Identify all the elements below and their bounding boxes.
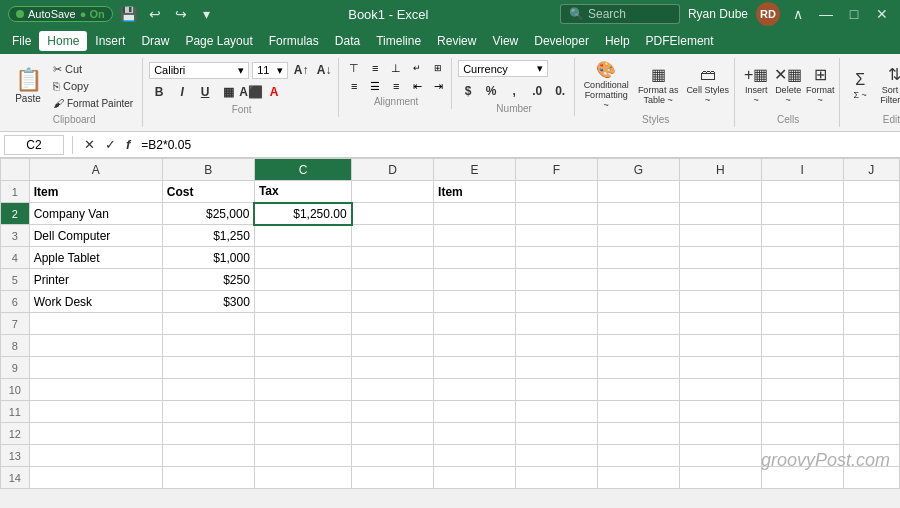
row-number[interactable]: 6 xyxy=(1,291,30,313)
cell[interactable] xyxy=(162,401,254,423)
font-size-selector[interactable]: 11 ▾ xyxy=(252,62,288,79)
font-color-button[interactable]: A xyxy=(264,82,284,102)
cell[interactable] xyxy=(679,335,761,357)
cell[interactable] xyxy=(352,401,434,423)
format-as-table-button[interactable]: ▦ Format as Table ~ xyxy=(633,60,683,112)
cell[interactable] xyxy=(761,445,843,467)
cell[interactable]: Printer xyxy=(29,269,162,291)
cell[interactable] xyxy=(352,247,434,269)
cell[interactable] xyxy=(679,423,761,445)
cell[interactable] xyxy=(597,269,679,291)
cell[interactable] xyxy=(254,291,351,313)
cell[interactable] xyxy=(761,423,843,445)
cell[interactable] xyxy=(597,379,679,401)
indent-increase-button[interactable]: ⇥ xyxy=(429,78,447,94)
cell[interactable] xyxy=(352,291,434,313)
cell[interactable]: Dell Computer xyxy=(29,225,162,247)
accounting-format-button[interactable]: $ xyxy=(458,81,478,101)
comma-button[interactable]: , xyxy=(504,81,524,101)
cell[interactable]: Apple Tablet xyxy=(29,247,162,269)
cell[interactable] xyxy=(597,247,679,269)
percent-button[interactable]: % xyxy=(481,81,501,101)
menu-data[interactable]: Data xyxy=(327,31,368,51)
cell[interactable] xyxy=(352,225,434,247)
cancel-formula-icon[interactable]: ✕ xyxy=(81,137,98,152)
formula-input[interactable] xyxy=(137,136,896,154)
cell[interactable] xyxy=(29,401,162,423)
sort-filter-button[interactable]: ⇅ Sort & Filter ~ xyxy=(876,60,900,112)
cell-styles-button[interactable]: 🗃 Cell Styles ~ xyxy=(685,60,730,112)
row-number[interactable]: 1 xyxy=(1,181,30,203)
cell[interactable] xyxy=(597,313,679,335)
cell[interactable] xyxy=(434,379,516,401)
col-header-g[interactable]: G xyxy=(597,159,679,181)
cell[interactable] xyxy=(597,335,679,357)
cell[interactable] xyxy=(434,203,516,225)
cell[interactable] xyxy=(761,467,843,489)
decrease-font-size-button[interactable]: A↓ xyxy=(314,60,334,80)
insert-button[interactable]: +▦ Insert ~ xyxy=(741,60,771,112)
align-left-button[interactable]: ≡ xyxy=(345,78,363,94)
ribbon-collapse-icon[interactable]: ∧ xyxy=(788,4,808,24)
cell[interactable] xyxy=(162,357,254,379)
align-top-button[interactable]: ⊤ xyxy=(345,60,363,76)
cell[interactable] xyxy=(254,313,351,335)
increase-decimal-button[interactable]: .0 xyxy=(527,81,547,101)
cell[interactable] xyxy=(679,269,761,291)
menu-draw[interactable]: Draw xyxy=(133,31,177,51)
row-number[interactable]: 8 xyxy=(1,335,30,357)
cell[interactable] xyxy=(515,357,597,379)
close-icon[interactable]: ✕ xyxy=(872,4,892,24)
cell[interactable] xyxy=(434,357,516,379)
cell[interactable] xyxy=(515,269,597,291)
cell[interactable] xyxy=(254,357,351,379)
cell[interactable] xyxy=(352,423,434,445)
col-header-c[interactable]: C xyxy=(254,159,351,181)
cell[interactable] xyxy=(679,467,761,489)
col-header-b[interactable]: B xyxy=(162,159,254,181)
cell[interactable] xyxy=(352,467,434,489)
cell[interactable] xyxy=(434,423,516,445)
sum-button[interactable]: Σ Σ ~ xyxy=(846,60,874,112)
cell[interactable] xyxy=(434,445,516,467)
paste-button[interactable]: 📋 Paste xyxy=(10,60,46,112)
format-painter-button[interactable]: 🖌Format Painter xyxy=(48,95,138,111)
cell[interactable] xyxy=(434,291,516,313)
cell[interactable] xyxy=(434,225,516,247)
cell[interactable] xyxy=(679,203,761,225)
italic-button[interactable]: I xyxy=(172,82,192,102)
col-header-a[interactable]: A xyxy=(29,159,162,181)
menu-review[interactable]: Review xyxy=(429,31,484,51)
cell[interactable] xyxy=(843,401,899,423)
cell[interactable] xyxy=(352,357,434,379)
number-format-selector[interactable]: Currency ▾ xyxy=(458,60,548,77)
cell[interactable] xyxy=(679,181,761,203)
cell[interactable] xyxy=(254,247,351,269)
cell[interactable] xyxy=(597,423,679,445)
cell[interactable] xyxy=(843,225,899,247)
cell[interactable] xyxy=(254,445,351,467)
cell[interactable] xyxy=(434,335,516,357)
cell[interactable]: $1,250 xyxy=(162,225,254,247)
col-header-e[interactable]: E xyxy=(434,159,516,181)
cell[interactable] xyxy=(843,423,899,445)
cell[interactable] xyxy=(843,269,899,291)
menu-home[interactable]: Home xyxy=(39,31,87,51)
cell[interactable] xyxy=(761,291,843,313)
row-number[interactable]: 4 xyxy=(1,247,30,269)
cell[interactable] xyxy=(29,335,162,357)
cell[interactable]: Work Desk xyxy=(29,291,162,313)
row-number[interactable]: 12 xyxy=(1,423,30,445)
merge-button[interactable]: ⊞ xyxy=(429,60,447,76)
cell[interactable] xyxy=(597,357,679,379)
avatar[interactable]: RD xyxy=(756,2,780,26)
search-box[interactable]: 🔍 xyxy=(560,4,680,24)
cell[interactable] xyxy=(352,335,434,357)
align-center-button[interactable]: ☰ xyxy=(366,78,384,94)
undo-icon[interactable]: ↩ xyxy=(145,4,165,24)
cell[interactable] xyxy=(515,225,597,247)
cell[interactable] xyxy=(515,181,597,203)
cell[interactable]: $1,000 xyxy=(162,247,254,269)
row-number[interactable]: 13 xyxy=(1,445,30,467)
cell[interactable] xyxy=(679,313,761,335)
